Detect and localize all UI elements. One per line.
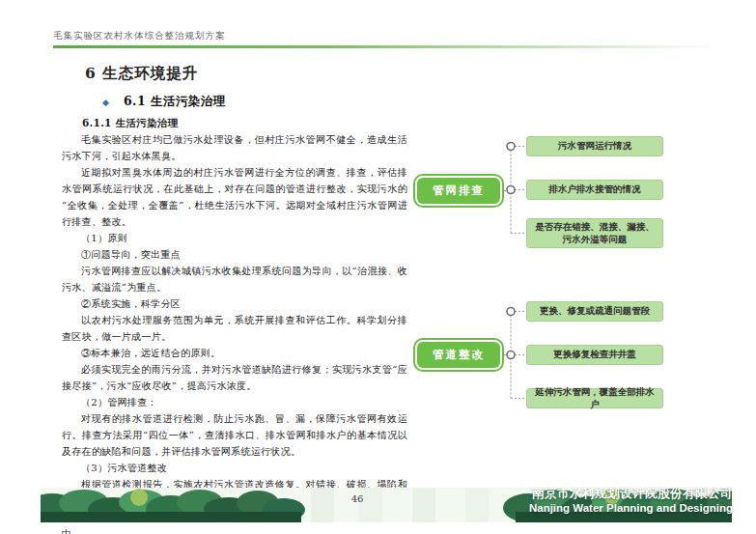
paragraph: 对现有的排水管道进行检测，防止污水跑、冒、漏，保障污水管网有效运行。排查方法采用… [62, 410, 407, 460]
paragraph: （1）原则 [62, 230, 407, 246]
flowchart-branch-box: 是否存在错接、混接、漏接、污水外溢等问题 [526, 218, 663, 248]
document-page: 毛集实验区农村水体综合整治规划方案 6 生态环境提升 ◆ 6.1 生活污染治理 … [0, 0, 756, 534]
paragraph: 必须实现完全的雨污分流，并对污水管道缺陷进行修复；实现污水支管“应接尽接”，污水… [62, 361, 407, 394]
paragraph: （2）管网排查： [62, 394, 407, 410]
paragraph: 以农村污水处理服务范围为单元，系统开展排查和评估工作。科学划分排查区块，做一片成… [62, 312, 407, 345]
flowchart-branch-box: 排水户排水接管的情况 [526, 180, 663, 200]
page-number: 46 [319, 493, 396, 504]
header-title: 毛集实验区农村水体综合整治规划方案 [53, 30, 226, 42]
company-signature: 南京市水利规划设计院股份有限公司 Nanjing Water Planning … [529, 487, 733, 516]
flowchart-root-label: 管道整改 [417, 342, 500, 368]
flowchart-root-box: 管网排查 [413, 174, 504, 208]
flowchart-branch-box: 污水管网运行情况 [526, 136, 663, 156]
company-name-en: Nanjing Water Planning and Designing [529, 501, 733, 516]
subsection-heading: 6.1 生活污染治理 [124, 94, 226, 110]
subsubsection-heading: 6.1.1 生活污染治理 [62, 115, 407, 131]
paragraph: ①问题导向，突出重点 [62, 246, 407, 263]
flowchart-root-label: 管网排查 [417, 178, 500, 204]
body-text-column: 6.1.1 生活污染治理 毛集实验区村庄均已做污水处理设备，但村庄污水管网不健全… [62, 115, 407, 534]
flowchart-branch-box: 延伸污水管网，覆盖全部排水户 [526, 388, 663, 408]
paragraph: （3）污水管道整改 [62, 460, 407, 476]
paragraph: 近期拟对黑臭水体周边的村庄污水管网进行全方位的调查、排查，评估排水管网系统运行状… [62, 164, 407, 230]
section-heading: 6 生态环境提升 [85, 64, 198, 84]
header-rule [53, 45, 734, 48]
flowchart-branch-box: 更换、修复或疏通问题管段 [526, 301, 663, 322]
paragraph: 污水管网排查应以解决城镇污水收集处理系统问题为导向，以“治混接、收污水、减溢流”… [62, 263, 407, 295]
paragraph: ③标本兼治，远近结合的原则。 [62, 345, 407, 361]
paragraph: 毛集实验区村庄均已做污水处理设备，但村庄污水管网不健全，造成生活污水下河，引起水… [62, 131, 407, 164]
flowchart-root-box: 管道整改 [413, 338, 504, 372]
paragraph-list: 毛集实验区村庄均已做污水处理设备，但村庄污水管网不健全，造成生活污水下河，引起水… [62, 131, 407, 534]
subsection-heading-row: ◆ 6.1 生活污染治理 [102, 94, 226, 110]
diamond-bullet-icon: ◆ [102, 98, 109, 107]
paragraph: ②系统实施，科学分区 [62, 295, 407, 312]
flowchart-branch-box: 更换修复检查井井盖 [526, 345, 663, 365]
company-name-cn: 南京市水利规划设计院股份有限公司 [529, 487, 733, 501]
